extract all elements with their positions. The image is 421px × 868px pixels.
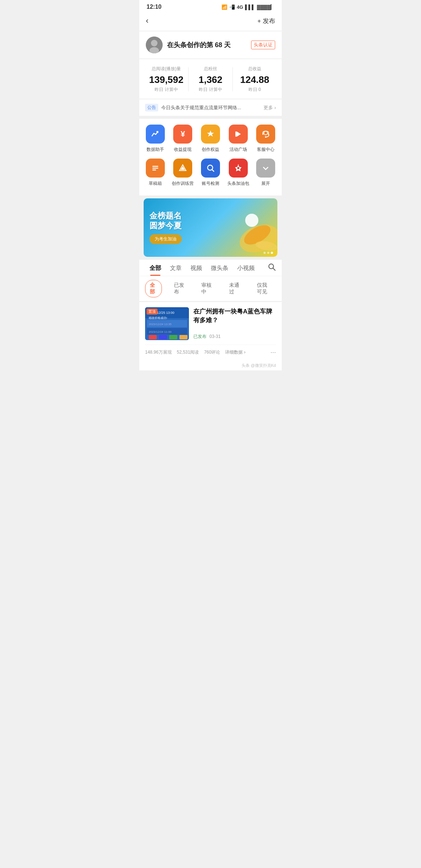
- creation-camp-icon: [173, 159, 192, 178]
- publish-button[interactable]: + 发布: [257, 17, 275, 25]
- filter-rejected[interactable]: 未通过: [224, 280, 245, 297]
- back-button[interactable]: ‹: [146, 16, 148, 26]
- article-thumbnail: 置顶 2023/12/25 13:00 稳改价格成功! 2023/12/24 1…: [145, 307, 189, 340]
- search-icon[interactable]: [264, 260, 276, 276]
- icon-boost-pack[interactable]: 头条加油包: [227, 159, 250, 187]
- icon-activity-square[interactable]: 活动广场: [227, 125, 250, 153]
- status-icons: 📶 📲 4G ▌▌▌ ▓▓▓▓▏: [221, 4, 274, 10]
- svg-marker-6: [237, 132, 241, 137]
- creation-camp-label: 创作训练营: [172, 180, 194, 187]
- boost-pack-label: 头条加油包: [227, 180, 249, 187]
- svg-rect-8: [262, 133, 263, 135]
- svg-point-22: [245, 214, 258, 227]
- stat-item-revenue: 总收益 124.88 昨日 0: [233, 66, 277, 93]
- svg-text:2023/12/24 11:00: 2023/12/24 11:00: [149, 330, 172, 334]
- tabs-section: 全部 文章 视频 微头条 小视频 全部 已发布 审核中 未通过 仅我可见: [139, 260, 282, 301]
- svg-rect-36: [169, 335, 177, 339]
- filter-private[interactable]: 仅我可见: [252, 280, 276, 297]
- data-assistant-label: 数据助手: [147, 146, 164, 153]
- svg-rect-12: [152, 168, 158, 169]
- activity-icon: [229, 125, 248, 144]
- filter-row: 全部 已发布 审核中 未通过 仅我可见: [139, 276, 282, 301]
- tab-short-video[interactable]: 小视频: [233, 260, 259, 276]
- svg-rect-34: [149, 335, 157, 339]
- svg-rect-5: [235, 132, 236, 137]
- drafts-label: 草稿箱: [149, 180, 162, 187]
- article-main: 置顶 2023/12/25 13:00 稳改价格成功! 2023/12/24 1…: [145, 307, 276, 344]
- activity-label: 活动广场: [230, 146, 247, 153]
- tab-micro[interactable]: 微头条: [206, 260, 233, 276]
- stat-sub-revenue: 昨日 0: [233, 87, 277, 93]
- icon-data-assistant[interactable]: 数据助手: [144, 125, 167, 153]
- filter-all[interactable]: 全部: [145, 280, 162, 297]
- icon-drafts[interactable]: 草稿箱: [144, 159, 167, 187]
- tab-article[interactable]: 文章: [166, 260, 186, 276]
- signal-icon: 4G: [237, 4, 243, 10]
- footer-watermark: 头条 @微笑扑克Kd: [139, 361, 282, 370]
- dot-3-active: [271, 252, 273, 254]
- boost-pack-icon: [229, 159, 248, 178]
- battery-icon: ▓▓▓▓▏: [257, 4, 274, 10]
- svg-point-10: [265, 136, 266, 138]
- revenue-label: 收益提现: [174, 146, 191, 153]
- svg-text:稳改价格成功!: 稳改价格成功!: [149, 316, 167, 320]
- notice-text: 今日头条关于规范重点流量环节网络...: [161, 104, 261, 111]
- article-status: 已发布: [193, 334, 206, 340]
- svg-point-7: [264, 131, 268, 135]
- stat-comments: 760评论: [204, 349, 220, 355]
- stat-reads: 52,531阅读: [177, 349, 199, 355]
- bluetooth-icon: 📲: [229, 4, 235, 10]
- icon-expand[interactable]: 展开: [254, 159, 277, 187]
- stat-label-revenue: 总收益: [233, 66, 277, 72]
- notice-more[interactable]: 更多 ›: [263, 104, 276, 111]
- icon-revenue-withdraw[interactable]: ¥ 收益提现: [171, 125, 194, 153]
- customer-service-icon: [256, 125, 275, 144]
- article-meta: 已发布 03-31: [193, 334, 276, 340]
- stat-value-reads: 139,592: [144, 75, 188, 84]
- notice-tag: 公告: [145, 104, 158, 111]
- filter-published[interactable]: 已发布: [169, 280, 190, 297]
- icon-creation-camp[interactable]: 创作训练营: [171, 159, 194, 187]
- article-title: 在广州拥有一块粤A蓝色车牌有多难？: [193, 307, 276, 325]
- tab-video[interactable]: 视频: [186, 260, 206, 276]
- pin-label: 置顶: [147, 309, 158, 315]
- banner-button[interactable]: 为考生加油: [149, 234, 182, 244]
- notice-bar[interactable]: 公告 今日头条关于规范重点流量环节网络... 更多 ›: [139, 99, 282, 116]
- account-check-icon: [201, 159, 220, 178]
- article-stats: 148.96万展现 52,531阅读 760评论 详细数据 › ···: [145, 344, 276, 361]
- verify-badge[interactable]: 头条认证: [251, 41, 275, 49]
- status-time: 12:10: [147, 4, 162, 10]
- drafts-icon: [146, 159, 165, 178]
- creation-rights-icon: [201, 125, 220, 144]
- tab-all[interactable]: 全部: [145, 260, 166, 276]
- icon-customer-service[interactable]: 客服中心: [254, 125, 277, 153]
- stat-detail-link[interactable]: 详细数据 ›: [225, 349, 245, 355]
- banner[interactable]: 金榜题名 圆梦今夏 为考生加油: [144, 198, 277, 257]
- stat-label-reads: 总阅读(播放)量: [144, 66, 188, 72]
- stat-item-reads: 总阅读(播放)量 139,592 昨日 计算中: [144, 66, 188, 93]
- account-check-label: 账号检测: [202, 180, 219, 187]
- stat-sub-reads: 昨日 计算中: [144, 87, 188, 93]
- more-button[interactable]: ···: [270, 349, 276, 356]
- svg-text:2023/12/24 13:35: 2023/12/24 13:35: [149, 323, 172, 326]
- article-card: 置顶 2023/12/25 13:00 稳改价格成功! 2023/12/24 1…: [139, 302, 282, 361]
- tabs-row: 全部 文章 视频 微头条 小视频: [139, 260, 282, 276]
- filter-reviewing[interactable]: 审核中: [197, 280, 217, 297]
- stat-value-fans: 1,362: [189, 75, 232, 84]
- profile-title: 在头条创作的第 68 天: [167, 41, 231, 49]
- svg-line-17: [212, 170, 214, 171]
- expand-icon: [256, 159, 275, 178]
- svg-marker-3: [207, 130, 214, 137]
- icon-grid: 数据助手 ¥ 收益提现 创作权益 活动广场: [139, 119, 282, 195]
- customer-service-label: 客服中心: [257, 146, 274, 153]
- avatar: [146, 37, 163, 53]
- stat-item-fans: 总粉丝 1,362 昨日 计算中: [189, 66, 232, 93]
- article-info: 在广州拥有一块粤A蓝色车牌有多难？ 已发布 03-31: [193, 307, 276, 340]
- icon-account-check[interactable]: 账号检测: [199, 159, 222, 187]
- svg-point-18: [237, 167, 239, 169]
- stat-sub-fans: 昨日 计算中: [189, 87, 232, 93]
- dot-2: [267, 252, 269, 254]
- svg-line-25: [273, 268, 275, 270]
- watermark-text: 头条 @微笑扑克Kd: [242, 363, 276, 368]
- icon-creation-rights[interactable]: 创作权益: [199, 125, 222, 153]
